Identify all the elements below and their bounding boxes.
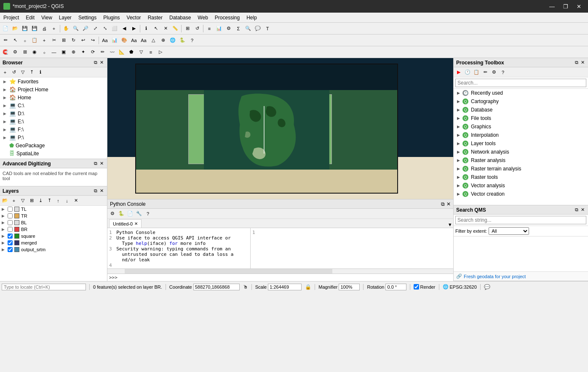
crs-label[interactable]: EPSG:32620 [450,284,477,290]
node-button[interactable]: ⬦ [20,36,29,45]
annotation-button[interactable]: 💬 [253,24,262,33]
layer-item-tr[interactable]: ▶ TR [0,213,107,219]
deselect-button[interactable]: ✕ [161,24,170,33]
save-project-button[interactable]: 💾 [20,24,29,33]
zoom-in-button[interactable]: 🔍 [71,24,80,33]
toolbox-item-raster-terrain[interactable]: ▶ Q Raster terrain analysis [454,165,588,173]
map-canvas[interactable] [107,58,453,199]
crs-area[interactable]: 🌐 EPSG:32620 [443,284,477,290]
console-input[interactable] [119,275,452,280]
render-checkbox[interactable] [414,284,419,290]
select-button[interactable]: ↖ [151,24,160,33]
search-qms-float-button[interactable]: ⧉ [574,207,579,213]
tracing-button[interactable]: 〰 [107,48,117,57]
toolbox-options-button[interactable]: ⚙ [490,68,498,77]
snap-geom-button[interactable]: ⬟ [127,48,136,57]
open-project-button[interactable]: 📂 [11,24,20,33]
toolbox-item-vector-creation[interactable]: ▶ Q Vector creation [454,190,588,198]
zoom-full-button[interactable]: ⤢ [91,24,100,33]
minimize-button[interactable]: — [546,3,558,11]
zoom-out-button[interactable]: 🔎 [81,24,90,33]
layers-collapse-button[interactable]: ⤒ [45,197,53,205]
console-editor[interactable]: 1 [251,228,453,268]
menu-item-project[interactable]: Project [0,14,22,21]
bl-checkbox[interactable] [8,220,13,225]
browser-item-f[interactable]: ▶ 💻 F:\ [0,125,107,133]
browser-item-e[interactable]: ▶ 💻 E:\ [0,117,107,125]
toolbox-item-layer-tools[interactable]: ▶ Q Layer tools [454,139,588,148]
console-settings-button[interactable]: ⚙ [108,210,117,218]
browser-item-d[interactable]: ▶ 💻 D:\ [0,109,107,117]
print-layout-button[interactable]: 🖨 [40,24,49,33]
locate-input[interactable] [2,284,86,290]
layers-filter-button[interactable]: ▽ [19,197,27,205]
label-button[interactable]: Aa [100,36,110,45]
diagram-button[interactable]: 📊 [110,36,119,45]
toolbox-item-cartography[interactable]: ▶ Q Cartography [454,97,588,106]
browser-item-favorites[interactable]: ▶ ⭐ Favorites [0,77,107,85]
browser-filter-button[interactable]: ▽ [19,68,27,77]
style-button[interactable]: 🎨 [120,36,129,45]
console-run-button[interactable]: 🐍 [117,210,126,218]
toolbox-search-input[interactable] [455,79,586,87]
advanced-digit-close-button[interactable]: ✕ [99,160,104,167]
console-float-button[interactable]: ⧉ [441,201,445,207]
toolbox-item-vector-analysis[interactable]: ▶ Q Vector analysis [454,181,588,190]
layer-item-br[interactable]: ▶ BR [0,226,107,233]
browser-item-c[interactable]: ▶ 💻 C:\ [0,101,107,109]
scale-input[interactable] [268,284,302,290]
redo-button[interactable]: ↪ [88,36,97,45]
snap-vertex-button[interactable]: ⬦ [40,48,49,57]
menu-item-edit[interactable]: Edit [22,14,38,21]
browser-close-button[interactable]: ✕ [99,59,104,66]
qms-fresh-geodata-link[interactable]: Fresh geodata for your project [464,274,526,279]
rotate-button[interactable]: ↻ [69,36,78,45]
processing-toolbox-close-button[interactable]: ✕ [580,59,585,66]
split-button[interactable]: ✂ [49,36,59,45]
tile-button[interactable]: ⊞ [183,24,192,33]
console-tab-close[interactable]: ✕ [134,221,138,226]
stats-button[interactable]: 📊 [214,24,224,33]
globe-button[interactable]: 🌐 [168,36,177,45]
qms-search-input[interactable] [455,216,586,224]
layers-up-button[interactable]: ↑ [54,197,62,205]
refresh-button[interactable]: ↺ [192,24,202,33]
toolbox-item-raster-analysis[interactable]: ▶ Q Raster analysis [454,156,588,165]
add-feature-button[interactable]: + [40,36,49,45]
browser-refresh-button[interactable]: ↺ [10,68,18,77]
browser-item-p[interactable]: ▶ 💻 P:\ [0,133,107,141]
square-checkbox[interactable] [8,234,13,239]
tl-checkbox[interactable] [8,207,13,212]
toolbox-results-button[interactable]: 📋 [472,68,481,77]
menu-item-vector[interactable]: Vector [123,14,144,21]
maximize-button[interactable]: ❐ [560,3,572,11]
layer-item-square[interactable]: ▶ square [0,233,107,239]
console-hscrollbar[interactable] [107,268,453,274]
menu-item-settings[interactable]: Settings [75,14,100,21]
toolbox-item-file-tools[interactable]: ▶ Q File tools [454,114,588,122]
measure-button[interactable]: 📏 [171,24,180,33]
new-project-button[interactable]: 📄 [1,24,10,33]
rules-button[interactable]: Aa [129,36,139,45]
menu-item-raster[interactable]: Raster [144,14,166,21]
output-srtm-checkbox[interactable] [8,247,13,252]
toolbox-history-button[interactable]: 🕐 [463,68,472,77]
snap-active-button[interactable]: ◉ [30,48,39,57]
sum-button[interactable]: Σ [234,24,243,33]
browser-collapse-button[interactable]: ⤒ [27,68,36,77]
locator-button[interactable]: 🔍 [243,24,253,33]
console-close-button[interactable]: ✕ [446,201,451,207]
console-config-button[interactable]: 🔧 [135,210,143,218]
browser-item-project-home[interactable]: ▶ 🏠 Project Home [0,85,107,93]
browser-item-geopkg[interactable]: ⬟ GeoPackage [0,141,107,149]
processing-toolbox-float-button[interactable]: ⧉ [574,59,579,66]
merge-button[interactable]: ⊞ [59,36,68,45]
layer-item-merged[interactable]: ▶ merged [0,239,107,246]
menu-item-processing[interactable]: Processing [211,14,243,21]
advanced-digit-float-button[interactable]: ⧉ [93,160,98,167]
toolbox-help-button[interactable]: ? [499,68,507,77]
snap-seg-button[interactable]: — [49,48,59,57]
layer-item-output-srtm[interactable]: ▶ output_srtm [0,246,107,253]
layer-item-tl[interactable]: ▶ TL [0,206,107,213]
titlebar-controls[interactable]: — ❐ ✕ [546,3,585,11]
